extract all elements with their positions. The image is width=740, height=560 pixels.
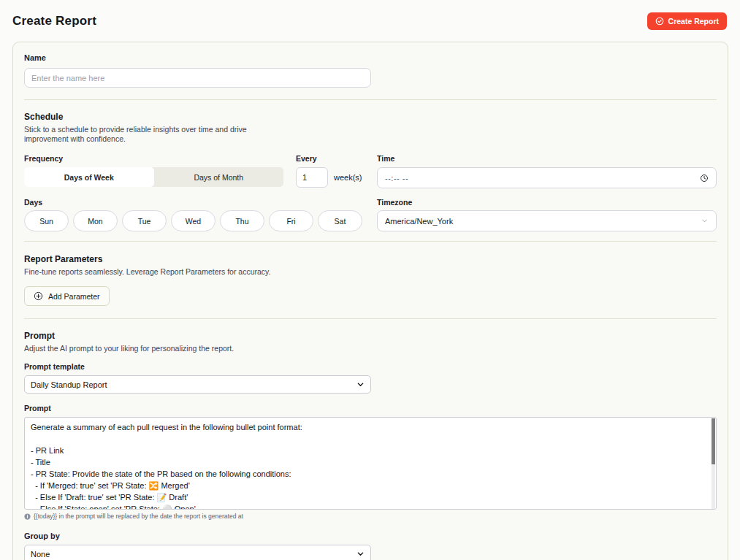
chevron-down-icon — [701, 217, 709, 225]
divider — [24, 99, 717, 100]
frequency-option-days-of-week[interactable]: Days of Week — [24, 167, 154, 187]
group-by-label: Group by — [24, 532, 717, 540]
every-input[interactable] — [296, 167, 328, 188]
group-by-selected-value: None — [31, 550, 50, 559]
day-pill-wed[interactable]: Wed — [171, 210, 215, 231]
plus-circle-icon — [34, 291, 43, 301]
day-pill-thu[interactable]: Thu — [220, 210, 264, 231]
report-parameters-description: Fine-tune reports seamlessly. Leverage R… — [24, 267, 717, 277]
create-report-button[interactable]: Create Report — [647, 12, 727, 30]
report-parameters-heading: Report Parameters — [24, 254, 717, 264]
clock-icon[interactable] — [700, 174, 709, 183]
create-report-form-card: Name Schedule Stick to a schedule to pro… — [12, 42, 728, 560]
timezone-label: Timezone — [377, 198, 717, 207]
schedule-heading: Schedule — [24, 112, 717, 122]
every-label: Every — [296, 154, 376, 163]
prompt-description: Adjust the AI prompt to your liking for … — [24, 344, 717, 353]
frequency-option-days-of-month[interactable]: Days of Month — [154, 167, 284, 187]
day-pill-tue[interactable]: Tue — [122, 210, 167, 231]
timezone-select[interactable]: America/New_York — [377, 210, 717, 231]
every-unit-label: week(s) — [334, 173, 362, 182]
frequency-label: Frequency — [24, 154, 283, 163]
page-title: Create Report — [12, 14, 96, 28]
prompt-template-select[interactable]: Daily Standup Report — [24, 375, 371, 394]
prompt-note-text: {{today}} in the prompt will be replaced… — [34, 513, 243, 520]
timezone-group: Timezone America/New_York — [377, 198, 717, 231]
day-pill-row: Sun Mon Tue Wed Thu Fri Sat — [24, 210, 367, 231]
schedule-row-frequency: Frequency Days of Week Days of Month Eve… — [24, 154, 717, 188]
prompt-scrollbar-thumb[interactable] — [712, 418, 715, 464]
prompt-text-content: Generate a summary of each pull request … — [25, 418, 716, 510]
add-parameter-button[interactable]: Add Parameter — [24, 286, 110, 306]
time-label: Time — [377, 154, 717, 163]
topbar: Create Report Create Report — [0, 0, 740, 30]
info-icon — [24, 513, 31, 520]
name-input[interactable] — [24, 68, 371, 88]
timezone-selected-value: America/New_York — [385, 217, 453, 226]
prompt-editor-label: Prompt — [24, 404, 717, 413]
prompt-template-selected-value: Daily Standup Report — [31, 380, 107, 389]
day-pill-fri[interactable]: Fri — [269, 210, 313, 231]
time-input[interactable]: --:-- -- — [377, 167, 717, 188]
every-group: Every week(s) — [296, 154, 376, 188]
time-group: Time --:-- -- — [377, 154, 717, 188]
name-label: Name — [24, 53, 717, 62]
schedule-description: Stick to a schedule to provide reliable … — [24, 125, 272, 144]
schedule-row-days: Days Sun Mon Tue Wed Thu Fri Sat Timezon… — [24, 198, 717, 229]
days-group: Days Sun Mon Tue Wed Thu Fri Sat — [24, 198, 367, 231]
prompt-heading: Prompt — [24, 331, 717, 341]
frequency-group: Frequency Days of Week Days of Month — [24, 154, 283, 187]
divider — [24, 318, 717, 319]
day-pill-sat[interactable]: Sat — [318, 210, 362, 231]
prompt-textarea[interactable]: Generate a summary of each pull request … — [24, 417, 717, 510]
group-by-select[interactable]: None — [24, 545, 371, 560]
chevron-down-icon — [356, 550, 365, 558]
day-pill-mon[interactable]: Mon — [73, 210, 118, 231]
create-report-button-label: Create Report — [668, 17, 719, 26]
time-value: --:-- -- — [385, 174, 408, 183]
prompt-template-label: Prompt template — [24, 362, 717, 371]
day-pill-sun[interactable]: Sun — [24, 210, 69, 231]
add-parameter-button-label: Add Parameter — [48, 292, 100, 301]
check-circle-icon — [655, 17, 664, 26]
chevron-down-icon — [356, 380, 365, 388]
days-label: Days — [24, 198, 367, 207]
divider — [24, 241, 717, 242]
prompt-note: {{today}} in the prompt will be replaced… — [24, 513, 717, 520]
frequency-segmented-control: Days of Week Days of Month — [24, 167, 283, 187]
